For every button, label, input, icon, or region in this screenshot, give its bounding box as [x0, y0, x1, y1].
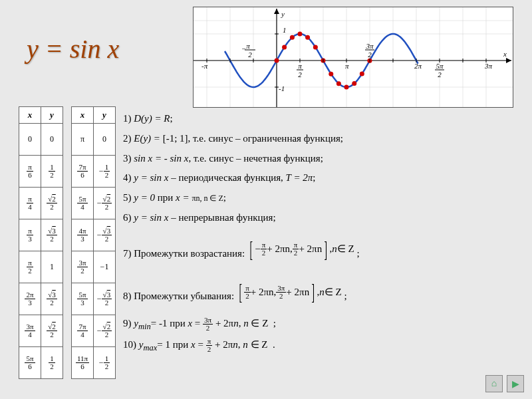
svg-text:-π: -π [201, 62, 208, 70]
prop-1: 1) D(y) = R; [123, 110, 525, 128]
next-button[interactable]: ▶ [507, 375, 524, 392]
svg-text:-1: -1 [279, 84, 285, 92]
properties-list: 1) D(y) = R; 2) E(y) = [-1; 1], т.е. син… [123, 110, 525, 358]
svg-point-27 [344, 84, 348, 89]
table-row: 5π3−√32 [72, 283, 116, 315]
value-tables: xy 00π612π4√22π3√32π212π3√323π4√225π612 … [19, 106, 116, 379]
prop-7: 7) Промежутки возрастания: [− π2 + 2πn, … [123, 229, 525, 271]
svg-text:2: 2 [248, 51, 252, 59]
table-row: 00 [19, 124, 63, 156]
svg-text:2π: 2π [414, 62, 422, 70]
table-row: 5π4−√22 [72, 188, 116, 219]
svg-text:3π: 3π [484, 62, 493, 70]
prop-9: 9) ymin= -1 при x = 3π2 + 2πn, n ∈ Z ; [123, 315, 525, 334]
svg-text:y: y [281, 10, 285, 18]
svg-point-23 [313, 45, 318, 50]
table-row: 7π6−12 [72, 156, 116, 188]
table-row: 3π4√22 [19, 315, 63, 347]
prop-5: 5) y = 0 при x = πn, n ∈ Z; [123, 189, 525, 207]
svg-text:−: − [241, 45, 246, 53]
svg-point-19 [282, 45, 287, 50]
prop-2: 2) E(y) = [-1; 1], т.е. синус – ограниче… [123, 130, 525, 148]
svg-text:1: 1 [283, 26, 287, 34]
table-row: π21 [19, 251, 63, 283]
home-icon: ⌂ [491, 378, 497, 389]
svg-text:3π: 3π [365, 42, 374, 50]
svg-marker-17 [274, 9, 279, 14]
table-row: 2π3√32 [19, 283, 63, 315]
svg-point-25 [329, 72, 333, 76]
prop-8: 8) Промежутки убывания: [π2 + 2πn, 3π2 +… [123, 271, 525, 313]
svg-text:π: π [246, 42, 250, 50]
svg-point-21 [297, 32, 302, 37]
svg-text:π: π [298, 62, 302, 70]
prop-6: 6) y = sin x – непрерывная функция; [123, 209, 525, 227]
svg-text:2: 2 [438, 70, 442, 78]
table-row: π3√32 [19, 219, 63, 251]
svg-marker-16 [506, 58, 511, 63]
svg-point-26 [336, 81, 341, 86]
svg-text:2: 2 [368, 51, 372, 59]
table-row: 5π612 [19, 347, 63, 379]
prop-4: 4) y = sin x – периодическая функция, T … [123, 169, 525, 188]
svg-text:2: 2 [298, 70, 302, 78]
prop-3: 3) sin x = - sin x, т.е. синус – нечетна… [123, 150, 525, 168]
nav-controls: ⌂ ▶ [485, 375, 524, 392]
svg-point-28 [352, 81, 356, 86]
grid [194, 7, 513, 107]
svg-text:5π: 5π [436, 62, 444, 70]
table-row: 3π2−1 [72, 251, 116, 283]
next-icon: ▶ [512, 378, 519, 390]
table-row: π612 [19, 156, 63, 188]
svg-point-20 [290, 35, 295, 40]
table-1: xy 00π612π4√22π3√32π212π3√323π4√225π612 [19, 106, 63, 379]
page-title: y = sin x [27, 33, 119, 65]
table-row: 11π6−12 [72, 347, 116, 379]
svg-text:π: π [345, 62, 349, 70]
svg-point-29 [360, 71, 364, 76]
table-2: xy π07π6−125π4−√224π3−√323π2−15π3−√327π4… [71, 106, 116, 379]
table-row: 4π3−√32 [72, 219, 116, 251]
svg-point-18 [275, 59, 279, 63]
home-button[interactable]: ⌂ [485, 375, 503, 392]
svg-point-22 [305, 35, 310, 40]
sine-graph: y x 1 -1 -π π 2π 3π π2− π2 3π2 5π2 [193, 7, 513, 108]
table-row: π4√22 [19, 188, 63, 219]
table-row: π0 [72, 124, 116, 156]
table-row: 7π4−√22 [72, 315, 116, 347]
svg-text:x: x [503, 50, 507, 58]
prop-10: 10) ymax= 1 при x = π2 + 2πn, n ∈ Z . [123, 336, 525, 356]
